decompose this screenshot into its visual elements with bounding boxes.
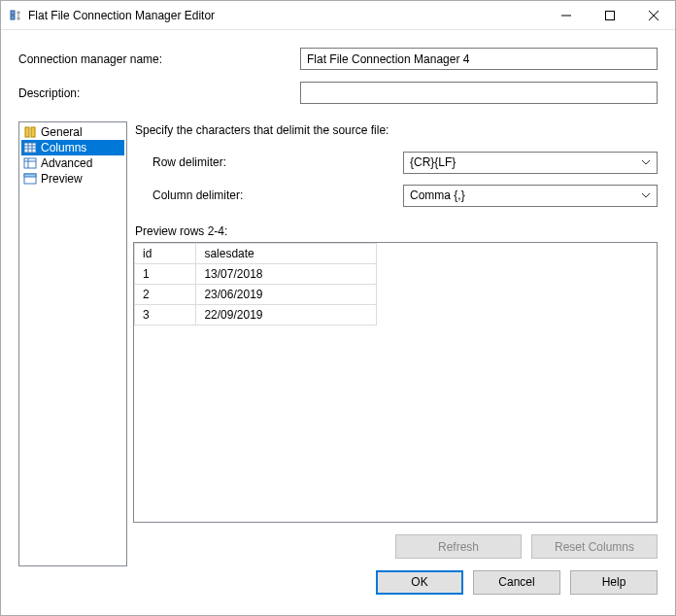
- description-input[interactable]: [300, 82, 658, 104]
- conn-name-input[interactable]: [300, 48, 658, 70]
- table-cell: 23/06/2019: [196, 285, 377, 305]
- table-row[interactable]: 113/07/2018: [135, 264, 377, 285]
- table-cell: 13/07/2018: [196, 264, 377, 285]
- nav-item-label: Advanced: [41, 156, 92, 170]
- window-title: Flat File Connection Manager Editor: [28, 9, 544, 22]
- column-header[interactable]: salesdate: [196, 244, 377, 264]
- window: Flat File Connection Manager Editor Conn…: [0, 0, 676, 616]
- description-label: Description:: [18, 86, 300, 100]
- preview-icon: [23, 172, 37, 186]
- svg-rect-17: [24, 174, 36, 177]
- help-button[interactable]: Help: [570, 570, 658, 595]
- column-delimiter-row: Column delimiter: Comma {,}: [152, 184, 658, 207]
- delimiter-form: Row delimiter: {CR}{LF} Column delimiter…: [133, 151, 658, 222]
- column-delimiter-select[interactable]: Comma {,}: [403, 185, 658, 207]
- content-area: Connection manager name: Description: Ge…: [1, 30, 675, 566]
- preview-grid-container[interactable]: idsalesdate113/07/2018223/06/2019322/09/…: [133, 242, 658, 523]
- svg-rect-8: [24, 143, 36, 153]
- window-controls: [544, 1, 675, 29]
- column-delimiter-value: Comma {,}: [410, 188, 465, 202]
- general-icon: [23, 125, 37, 139]
- preview-grid: idsalesdate113/07/2018223/06/2019322/09/…: [134, 243, 377, 325]
- row-delimiter-value: {CR}{LF}: [410, 155, 456, 169]
- column-delimiter-label: Column delimiter:: [152, 188, 395, 202]
- page-columns: Specify the characters that delimit the …: [133, 121, 658, 566]
- table-row[interactable]: 322/09/2019: [135, 305, 377, 325]
- svg-rect-7: [31, 127, 35, 137]
- cancel-button[interactable]: Cancel: [473, 570, 560, 595]
- reset-columns-button[interactable]: Reset Columns: [531, 534, 658, 559]
- nav-item-general[interactable]: General: [21, 124, 124, 140]
- conn-name-label: Connection manager name:: [18, 52, 300, 66]
- instruction-text: Specify the characters that delimit the …: [135, 123, 658, 137]
- columns-icon: [23, 141, 37, 154]
- conn-name-row: Connection manager name:: [18, 48, 658, 70]
- table-cell: 1: [135, 264, 196, 285]
- row-delimiter-label: Row delimiter:: [152, 155, 395, 169]
- close-button[interactable]: [631, 1, 675, 29]
- mid-buttons: Refresh Reset Columns: [133, 534, 658, 559]
- row-delimiter-select[interactable]: {CR}{LF}: [403, 152, 658, 174]
- titlebar: Flat File Connection Manager Editor: [1, 1, 675, 30]
- advanced-icon: [23, 156, 37, 170]
- svg-rect-6: [25, 127, 29, 137]
- row-delimiter-row: Row delimiter: {CR}{LF}: [152, 151, 658, 174]
- nav-item-label: Preview: [41, 172, 83, 186]
- svg-rect-0: [11, 11, 15, 15]
- preview-label: Preview rows 2-4:: [135, 224, 658, 238]
- svg-rect-1: [11, 16, 15, 19]
- footer-buttons: OK Cancel Help: [1, 566, 675, 615]
- table-cell: 2: [135, 285, 196, 305]
- ok-button[interactable]: OK: [376, 570, 463, 595]
- table-cell: 22/09/2019: [196, 305, 377, 325]
- chevron-down-icon: [641, 192, 651, 198]
- refresh-button[interactable]: Refresh: [395, 534, 522, 559]
- nav-item-advanced[interactable]: Advanced: [21, 155, 124, 171]
- minimize-button[interactable]: [544, 1, 588, 29]
- nav-pane[interactable]: GeneralColumnsAdvancedPreview: [18, 121, 127, 566]
- nav-item-label: Columns: [41, 141, 86, 154]
- description-row: Description:: [18, 82, 658, 104]
- svg-rect-3: [605, 11, 614, 19]
- maximize-button[interactable]: [588, 1, 631, 29]
- main-split: GeneralColumnsAdvancedPreview Specify th…: [18, 121, 658, 566]
- svg-rect-13: [24, 158, 36, 168]
- table-row[interactable]: 223/06/2019: [135, 285, 377, 305]
- nav-item-label: General: [41, 125, 83, 139]
- table-cell: 3: [135, 305, 196, 325]
- column-header[interactable]: id: [135, 244, 196, 264]
- app-icon: [9, 9, 22, 22]
- chevron-down-icon: [641, 159, 651, 165]
- nav-item-columns[interactable]: Columns: [21, 140, 124, 155]
- nav-item-preview[interactable]: Preview: [21, 171, 124, 187]
